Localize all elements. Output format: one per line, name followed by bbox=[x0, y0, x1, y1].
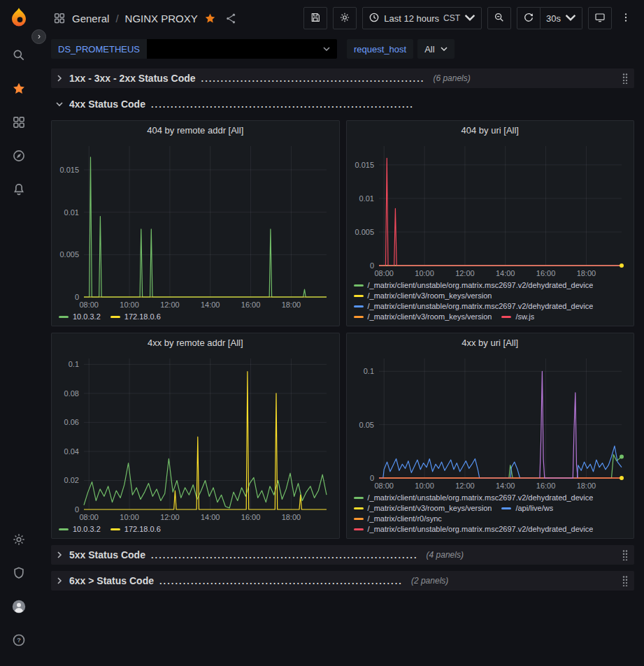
legend-item[interactable]: /_matrix/client/unstable/org.matrix.msc2… bbox=[354, 493, 594, 502]
legend-swatch bbox=[354, 528, 364, 530]
legend-item[interactable]: /api/live/ws bbox=[501, 504, 553, 512]
var-label-request-host: request_host bbox=[347, 39, 413, 59]
sidebar-item-alerting[interactable] bbox=[0, 173, 38, 207]
sidebar-item-search[interactable] bbox=[0, 39, 38, 73]
legend-item[interactable]: 172.18.0.6 bbox=[110, 312, 161, 321]
gear-icon bbox=[339, 12, 350, 25]
sidebar-item-starred[interactable] bbox=[0, 73, 38, 106]
panel-header[interactable]: 4xx by remote addr [All] bbox=[52, 333, 339, 352]
dashboard-variables: DS_PROMETHEUS request_host All bbox=[38, 36, 644, 68]
row-panel-count: (6 panels) bbox=[433, 73, 470, 83]
svg-text:0.04: 0.04 bbox=[64, 447, 79, 456]
svg-text:0.05: 0.05 bbox=[359, 421, 373, 429]
row-5xx-status-code[interactable]: 5xx Status Code ........................… bbox=[51, 545, 634, 565]
svg-text:0.01: 0.01 bbox=[64, 208, 79, 217]
legend-swatch bbox=[501, 507, 511, 509]
legend-item[interactable]: /_matrix/client/unstable/org.matrix.msc2… bbox=[354, 525, 594, 533]
sidebar-item-explore[interactable] bbox=[0, 140, 38, 173]
tv-mode-button[interactable] bbox=[588, 7, 612, 29]
legend-item[interactable]: /_matrix/client/unstable/org.matrix.msc2… bbox=[354, 302, 594, 310]
legend-item[interactable]: 10.0.3.2 bbox=[59, 312, 101, 321]
chevron-down-icon bbox=[55, 100, 64, 108]
row-leader-dots: ........................................… bbox=[201, 73, 425, 84]
legend-item[interactable]: /_matrix/client/v3/room_keys/version bbox=[354, 291, 492, 300]
breadcrumb-title[interactable]: NGINX PROXY bbox=[125, 13, 198, 24]
sidebar-item-dashboards[interactable] bbox=[0, 106, 38, 140]
svg-text:12:00: 12:00 bbox=[455, 482, 475, 490]
row-drag-handle[interactable] bbox=[622, 73, 630, 84]
svg-text:0.015: 0.015 bbox=[355, 161, 374, 169]
legend-item[interactable]: /_matrix/client/unstable/org.matrix.msc2… bbox=[354, 281, 594, 289]
legend-item[interactable]: /sw.js bbox=[501, 312, 534, 321]
panel-header[interactable]: 4xx by uri [All] bbox=[347, 333, 634, 352]
panel: 4xx by remote addr [All] 08:0010:0012:00… bbox=[51, 333, 340, 539]
sidebar-item-settings[interactable] bbox=[0, 523, 38, 557]
legend-label: /_matrix/client/v3/room_keys/version bbox=[368, 291, 492, 300]
refresh-interval-picker[interactable]: 30s bbox=[541, 7, 582, 29]
sidebar-item-server-admin[interactable] bbox=[0, 557, 38, 591]
legend-item[interactable]: 10.0.3.2 bbox=[59, 525, 101, 533]
panel-grid: 404 by remote addr [All] 08:0010:0012:00… bbox=[51, 120, 634, 539]
zoom-out-button[interactable] bbox=[487, 7, 511, 29]
sidebar-item-profile[interactable] bbox=[0, 591, 38, 624]
row-panel-count: (4 panels) bbox=[427, 550, 464, 560]
clock-icon bbox=[368, 12, 380, 25]
sidebar-item-help[interactable]: ? bbox=[0, 624, 38, 658]
legend-label: /_matrix/client/v3/room_keys/version bbox=[368, 504, 492, 512]
panel-header[interactable]: 404 by uri [All] bbox=[347, 121, 634, 140]
legend-swatch bbox=[354, 295, 364, 297]
legend-label: /sw.js bbox=[515, 312, 534, 321]
panel-title: 404 by uri [All] bbox=[461, 125, 519, 136]
favorite-star-icon[interactable] bbox=[204, 13, 216, 24]
row-title: 4xx Status Code bbox=[69, 99, 145, 110]
svg-text:08:00: 08:00 bbox=[79, 301, 99, 309]
top-navbar: General / NGINX PROXY Last 12 hours CST bbox=[38, 0, 644, 36]
grafana-logo[interactable] bbox=[8, 7, 29, 28]
time-range-picker[interactable]: Last 12 hours CST bbox=[362, 7, 482, 29]
panel-title: 404 by remote addr [All] bbox=[147, 125, 243, 136]
svg-text:16:00: 16:00 bbox=[536, 482, 555, 490]
var-select-ds-prometheus[interactable] bbox=[147, 39, 337, 59]
legend-label: /_matrix/client/unstable/org.matrix.msc2… bbox=[368, 281, 594, 289]
svg-text:10:00: 10:00 bbox=[120, 513, 139, 521]
row-6xx-status-code[interactable]: 6xx > Status Code ......................… bbox=[51, 571, 634, 591]
svg-text:12:00: 12:00 bbox=[160, 513, 180, 521]
var-select-request-host[interactable]: All bbox=[417, 39, 454, 59]
row-4xx-status-code[interactable]: 4xx Status Code ........................… bbox=[51, 94, 634, 114]
breadcrumb-section[interactable]: General bbox=[72, 13, 109, 24]
legend-item[interactable]: /_matrix/client/v3/room_keys/version bbox=[354, 312, 492, 321]
chart-canvas: 08:0010:0012:0014:0016:0018:0000.0050.01… bbox=[55, 140, 336, 311]
time-series-chart[interactable]: 08:0010:0012:0014:0016:0018:0000.0050.01… bbox=[55, 140, 336, 311]
time-series-chart[interactable]: 08:0010:0012:0014:0016:0018:0000.050.1 bbox=[350, 352, 631, 492]
svg-text:16:00: 16:00 bbox=[241, 301, 261, 309]
legend-label: /_matrix/client/unstable/org.matrix.msc2… bbox=[368, 525, 594, 533]
save-dashboard-button[interactable] bbox=[303, 7, 327, 29]
dashboard-settings-button[interactable] bbox=[333, 7, 357, 29]
avatar bbox=[12, 600, 26, 616]
legend-item[interactable]: 172.18.0.6 bbox=[110, 525, 161, 533]
row-drag-handle[interactable] bbox=[622, 575, 630, 586]
panel-title: 4xx by uri [All] bbox=[461, 338, 518, 348]
svg-text:12:00: 12:00 bbox=[160, 301, 180, 309]
sidebar-expand-button[interactable]: › bbox=[31, 29, 46, 44]
legend-label: /_matrix/client/r0/sync bbox=[368, 514, 442, 523]
refresh-button[interactable] bbox=[517, 7, 541, 29]
panel-header[interactable]: 404 by remote addr [All] bbox=[52, 121, 339, 140]
legend-item[interactable]: /_matrix/client/v3/room_keys/version bbox=[354, 504, 492, 512]
panel-title: 4xx by remote addr [All] bbox=[148, 338, 243, 348]
svg-text:16:00: 16:00 bbox=[241, 513, 261, 521]
chevron-right-icon bbox=[55, 74, 64, 82]
chevron-right-icon bbox=[55, 551, 64, 559]
row-1xx-3xx-2xx-status-code[interactable]: 1xx - 3xx - 2xx Status Code ............… bbox=[51, 68, 634, 88]
more-options-button[interactable] bbox=[617, 7, 634, 29]
time-series-chart[interactable]: 08:0010:0012:0014:0016:0018:0000.0050.01… bbox=[350, 140, 631, 280]
dashboard-body: 1xx - 3xx - 2xx Status Code ............… bbox=[38, 68, 644, 591]
legend-swatch bbox=[354, 507, 364, 509]
legend-label: /_matrix/client/unstable/org.matrix.msc2… bbox=[368, 493, 594, 502]
share-icon[interactable] bbox=[225, 13, 237, 24]
time-series-chart[interactable]: 08:0010:0012:0014:0016:0018:0000.020.040… bbox=[55, 352, 336, 523]
row-drag-handle[interactable] bbox=[622, 549, 630, 560]
panel-legend: /_matrix/client/unstable/org.matrix.msc2… bbox=[347, 280, 634, 326]
legend-item[interactable]: /_matrix/client/r0/sync bbox=[354, 514, 442, 523]
svg-text:08:00: 08:00 bbox=[374, 269, 394, 277]
